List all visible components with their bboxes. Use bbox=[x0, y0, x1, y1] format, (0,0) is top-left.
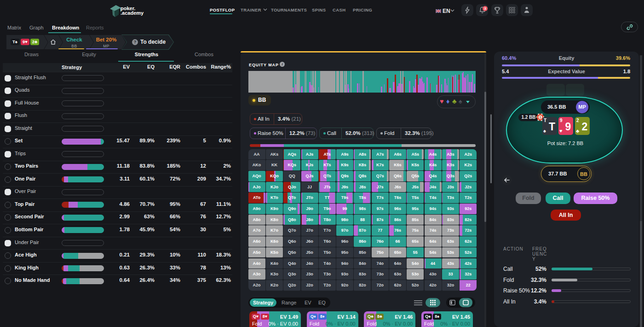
svg-text:1: 1 bbox=[540, 116, 541, 119]
